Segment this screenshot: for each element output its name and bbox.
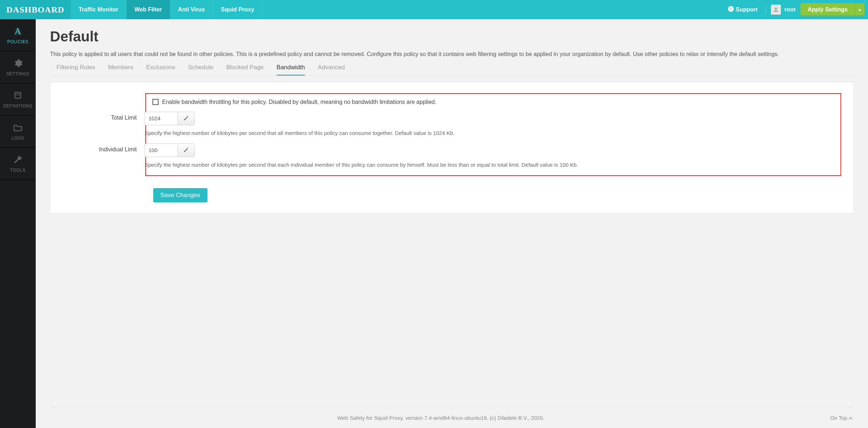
spacer xyxy=(62,93,145,96)
enable-throttling-row[interactable]: Enable bandwidth throttling for this pol… xyxy=(152,99,834,105)
individual-limit-input[interactable] xyxy=(145,143,177,157)
enable-throttling-label: Enable bandwidth throttling for this pol… xyxy=(162,99,436,105)
gear-icon xyxy=(13,58,23,69)
sidebar-item-label: TOOLS xyxy=(10,168,26,173)
tab-blocked-page[interactable]: Blocked Page xyxy=(226,64,264,75)
enable-throttling-checkbox[interactable] xyxy=(152,99,159,105)
page-title: Default xyxy=(50,29,854,45)
sidebar-item-settings[interactable]: SETTINGS xyxy=(0,51,36,84)
tab-bandwidth[interactable]: Bandwidth xyxy=(277,64,305,76)
tab-exclusions[interactable]: Exclusions xyxy=(146,64,175,75)
book-icon xyxy=(13,90,23,101)
topbar: DASHBOARD Traffic Monitor Web Filter Ant… xyxy=(0,0,868,19)
topnav-web-filter[interactable]: Web Filter xyxy=(126,0,170,19)
topnav: Traffic Monitor Web Filter Anti Virus Sq… xyxy=(71,0,262,19)
on-top-label: On Top xyxy=(830,415,847,421)
page-description: This policy is applied to all users that… xyxy=(50,50,854,59)
footer: Web Safety for Squid Proxy, version 7.4-… xyxy=(50,407,854,424)
sidebar-item-policies[interactable]: A POLICIES xyxy=(0,19,36,51)
apply-settings-dropdown[interactable] xyxy=(855,3,864,16)
policy-tabs: Filtering Rules Members Exclusions Sched… xyxy=(50,64,854,76)
save-changes-button[interactable]: Save Changes xyxy=(153,188,207,202)
support-label: Support xyxy=(736,6,758,13)
on-top-link[interactable]: On Top xyxy=(830,415,852,421)
user-menu[interactable]: root xyxy=(771,5,796,15)
policies-icon: A xyxy=(13,26,23,37)
topnav-traffic-monitor[interactable]: Traffic Monitor xyxy=(71,0,126,19)
svg-text:A: A xyxy=(14,26,21,36)
tab-schedule[interactable]: Schedule xyxy=(188,64,214,75)
apply-settings-group: Apply Settings xyxy=(801,3,864,16)
individual-limit-label: Individual Limit xyxy=(62,143,145,169)
brand-logo[interactable]: DASHBOARD xyxy=(0,0,71,19)
sidebar-item-label: DEFINITIONS xyxy=(3,104,32,109)
tab-advanced[interactable]: Advanced xyxy=(318,64,345,75)
sidebar: A POLICIES SETTINGS DEFINITIONS LOGS xyxy=(0,19,36,428)
svg-point-2 xyxy=(775,7,777,10)
individual-limit-help: Specify the highest number of kilobytes … xyxy=(145,161,834,169)
folder-icon xyxy=(13,122,23,134)
info-icon: i xyxy=(728,6,734,13)
sidebar-item-logs[interactable]: LOGS xyxy=(0,116,36,148)
topnav-anti-virus[interactable]: Anti Virus xyxy=(170,0,213,19)
footer-text: Web Safety for Squid Proxy, version 7.4-… xyxy=(51,415,830,421)
tab-filtering-rules[interactable]: Filtering Rules xyxy=(56,64,95,75)
sidebar-item-label: POLICIES xyxy=(7,39,28,44)
magic-wand-icon xyxy=(183,115,189,122)
chevron-up-icon xyxy=(849,415,852,421)
sidebar-item-label: SETTINGS xyxy=(6,71,29,76)
total-limit-wizard-button[interactable] xyxy=(177,112,195,125)
main-content: Default This policy is applied to all us… xyxy=(36,19,868,428)
sidebar-item-tools[interactable]: TOOLS xyxy=(0,148,36,180)
total-limit-label: Total Limit xyxy=(62,112,145,137)
wrench-icon xyxy=(13,155,23,166)
apply-settings-button[interactable]: Apply Settings xyxy=(801,3,855,16)
sidebar-item-definitions[interactable]: DEFINITIONS xyxy=(0,84,36,116)
sidebar-item-label: LOGS xyxy=(11,136,24,141)
tab-members[interactable]: Members xyxy=(108,64,134,75)
topbar-right: i Support root Apply Settings xyxy=(725,0,868,19)
total-limit-input[interactable] xyxy=(145,112,177,125)
divider xyxy=(766,5,766,14)
highlighted-region: Enable bandwidth throttling for this pol… xyxy=(145,93,841,176)
topnav-squid-proxy[interactable]: Squid Proxy xyxy=(213,0,262,19)
username: root xyxy=(784,6,796,13)
magic-wand-icon xyxy=(183,147,189,153)
support-link[interactable]: i Support xyxy=(725,6,761,13)
avatar-icon xyxy=(771,5,781,15)
caret-down-icon xyxy=(858,7,861,12)
individual-limit-wizard-button[interactable] xyxy=(177,143,195,157)
bandwidth-panel: Enable bandwidth throttling for this pol… xyxy=(50,82,854,214)
total-limit-help: Specify the highest number of kilobytes … xyxy=(145,129,834,137)
svg-text:i: i xyxy=(730,7,731,11)
